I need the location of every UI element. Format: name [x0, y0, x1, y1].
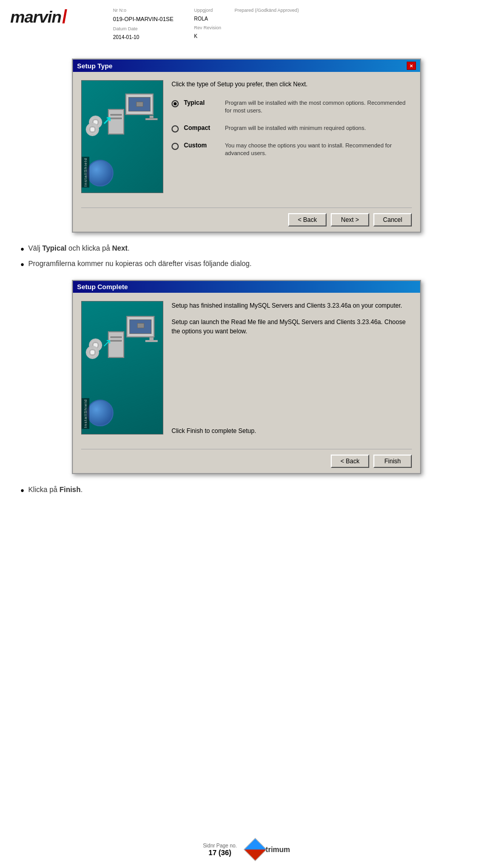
setup-type-dialog-wrapper: Setup Type ×: [0, 59, 493, 233]
bullet-item-1: • Välj Typical och klicka på Next.: [21, 243, 483, 254]
datum-value: 2014-01-10: [113, 33, 139, 42]
option-desc-compact: Program will be installed with minimum r…: [225, 124, 366, 132]
dialog-title-setup: Setup Type: [77, 62, 112, 70]
bullet-dot-1: •: [21, 244, 24, 254]
back-button-setup[interactable]: < Back: [288, 213, 327, 227]
monitor-screen-2: [129, 319, 151, 334]
screen-content-2: [137, 323, 144, 328]
setup-complete-image: ↗ InstallShield: [81, 301, 163, 435]
option-desc-custom: You may choose the options you want to i…: [225, 142, 412, 158]
arrows-2: ↗: [102, 336, 111, 350]
footer-logo: trimum: [247, 841, 290, 858]
dialog-buttons-complete: < Back Finish: [73, 449, 420, 473]
rev-label: Rev Revision: [194, 24, 221, 32]
dialog-buttons-setup: < Back Next > Cancel: [73, 208, 420, 232]
header-meta-right: Uppgjord Prepared (/Godkänd Approved) RO…: [194, 6, 299, 41]
bullet-item-2: • Programfilerna kommer nu kopieras och …: [21, 258, 483, 270]
screen-content: [136, 102, 143, 107]
drive-slot-2: [110, 118, 122, 119]
header-meta: Nr N:o 019-OPI-MARVIN-01SE Datum Date 20…: [113, 6, 174, 42]
monitor-base-2: [145, 340, 158, 342]
trimum-diamond-icon: [244, 838, 267, 861]
dialog-content-setup: Click the type of Setup you prefer, then…: [172, 80, 412, 193]
radio-typical[interactable]: [172, 100, 179, 107]
installshield-label: InstallShield: [82, 157, 89, 187]
bullet-item-3: • Klicka på Finish.: [21, 484, 483, 496]
setup-image: ↗ InstallShield: [81, 80, 163, 193]
setup-complete-dialog: Setup Complete: [72, 280, 421, 474]
page-footer: Sidnr Page no. 17 (36) trimum: [0, 841, 493, 858]
arrows-decoration: ↗: [102, 114, 111, 127]
rev-value: K: [194, 32, 198, 41]
page-number: 17 (36): [203, 848, 237, 857]
complete-text-1: Setup has finished installing MySQL Serv…: [172, 301, 412, 310]
prepared-label: Prepared (/Godkänd Approved): [235, 6, 299, 14]
setup-type-dialog: Setup Type ×: [72, 59, 421, 233]
complete-text-2: Setup can launch the Read Me file and My…: [172, 317, 412, 336]
setup-complete-image-inner: ↗ InstallShield: [82, 301, 163, 434]
dialog-title-complete: Setup Complete: [77, 283, 128, 291]
uppgjord-value: ROLA: [194, 14, 208, 24]
dialog-titlebar-complete: Setup Complete: [73, 281, 420, 293]
complete-finish-text: Click Finish to complete Setup.: [172, 427, 412, 435]
logo-area: marvin /: [10, 6, 113, 28]
bold-typical: Typical: [42, 244, 66, 252]
uppgjord-label: Uppgjord: [194, 6, 217, 14]
bullet-section-3: • Klicka på Finish.: [10, 484, 483, 496]
dialog-body-setup: ↗ InstallShield Click the type of Setup …: [73, 72, 420, 201]
cd-2-2: [86, 346, 99, 359]
option-label-compact: Compact: [184, 124, 220, 131]
option-desc-typical: Program will be installed with the most …: [225, 99, 412, 115]
setup-image-inner: ↗ InstallShield: [82, 81, 163, 193]
logo-slash: /: [62, 6, 67, 28]
next-button-setup[interactable]: Next >: [331, 213, 369, 227]
monitor-stand-deco: [145, 118, 158, 120]
dialog-complete-content: Setup has finished installing MySQL Serv…: [172, 301, 412, 435]
dialog-titlebar-setup: Setup Type ×: [73, 60, 420, 72]
dialog-body-complete: ↗ InstallShield Setup has finished insta…: [73, 293, 420, 443]
globe-decoration: [87, 160, 113, 186]
nr-label: Nr N:o: [113, 6, 136, 14]
datum-label: Datum Date: [113, 25, 138, 33]
bullet-section-1: • Välj Typical och klicka på Next. • Pro…: [10, 243, 483, 270]
trimum-text: trimum: [266, 845, 290, 854]
drive-2-1: [110, 336, 122, 338]
setup-complete-dialog-wrapper: Setup Complete: [0, 280, 493, 474]
setup-options: Typical Program will be installed with t…: [172, 99, 412, 158]
bold-finish: Finish: [60, 485, 81, 494]
cd-disc-2: [86, 123, 99, 136]
bullet-dot-3: •: [21, 485, 24, 496]
sidnr-label: Sidnr Page no.: [203, 843, 237, 848]
monitor-decoration: [125, 93, 154, 115]
bullet-text-3: Klicka på Finish.: [28, 484, 83, 495]
monitor-screen-deco: [128, 97, 150, 111]
drive-slot-1: [110, 114, 122, 116]
option-label-custom: Custom: [184, 142, 220, 149]
bold-next: Next: [112, 244, 127, 252]
option-compact[interactable]: Compact Program will be installed with m…: [172, 124, 412, 133]
bullet-text-1: Välj Typical och klicka på Next.: [28, 243, 129, 254]
option-typical[interactable]: Typical Program will be installed with t…: [172, 99, 412, 115]
monitor-deco-2: [126, 316, 155, 337]
option-custom[interactable]: Custom You may choose the options you wa…: [172, 142, 412, 158]
radio-custom[interactable]: [172, 143, 179, 150]
bullet-dot-2: •: [21, 259, 24, 270]
close-button-setup[interactable]: ×: [407, 62, 416, 70]
nr-value: 019-OPI-MARVIN-01SE: [113, 14, 174, 25]
trimum-diamond-container: [247, 841, 263, 858]
footer-page-info: Sidnr Page no. 17 (36): [203, 843, 237, 857]
drive-2-2: [110, 340, 122, 342]
bullet-text-2: Programfilerna kommer nu kopieras och dä…: [28, 258, 252, 269]
back-button-complete[interactable]: < Back: [331, 455, 369, 468]
globe-2: [87, 400, 113, 426]
finish-button[interactable]: Finish: [373, 455, 412, 468]
cancel-button-setup[interactable]: Cancel: [373, 213, 412, 227]
page-header: marvin / Nr N:o 019-OPI-MARVIN-01SE Datu…: [0, 0, 493, 48]
installshield-label-2: InstallShield: [82, 398, 89, 429]
option-label-typical: Typical: [184, 99, 220, 106]
logo-text: marvin: [10, 8, 61, 27]
dialog-instruction: Click the type of Setup you prefer, then…: [172, 80, 412, 89]
radio-compact[interactable]: [172, 125, 179, 133]
